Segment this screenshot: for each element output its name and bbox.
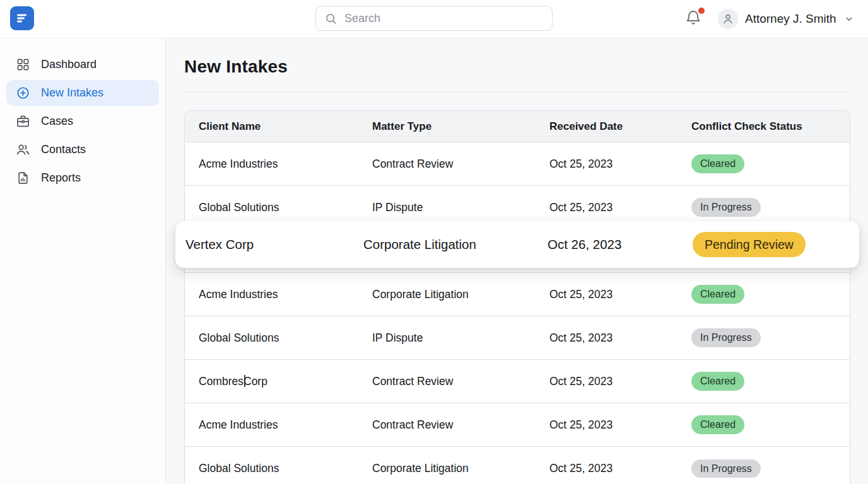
table-row[interactable]: Acme IndustriesCorporate LitigationOct 2…	[185, 273, 850, 316]
date-cell: Oct 25, 2023	[549, 158, 691, 171]
column-header: Client Name	[199, 120, 372, 133]
table-body: Acme IndustriesContract ReviewOct 25, 20…	[185, 142, 850, 484]
report-icon	[16, 171, 30, 185]
briefcase-icon	[16, 114, 30, 129]
sidebar-item-label: Contacts	[41, 143, 86, 156]
person-icon	[721, 12, 735, 26]
date-cell: Oct 26, 2023	[548, 237, 693, 252]
table-row[interactable]: Acme IndustriesContract ReviewOct 25, 20…	[185, 142, 850, 186]
client-cell: Acme Industries	[199, 418, 372, 432]
matter-cell: Corporate Litigation	[372, 462, 549, 475]
status-badge: Cleared	[691, 285, 744, 304]
client-cell-tail: Corp	[243, 375, 267, 388]
status-badge: Cleared	[691, 154, 744, 173]
sidebar-item-label: Reports	[41, 171, 81, 185]
search-input[interactable]	[344, 12, 544, 25]
user-name: Attorney J. Smith	[745, 12, 836, 26]
table-header-row: Client NameMatter TypeReceived DateConfl…	[185, 111, 850, 142]
client-cell: Global Solutions	[199, 201, 372, 214]
date-cell: Oct 25, 2023	[549, 201, 691, 214]
date-cell: Oct 25, 2023	[549, 375, 691, 388]
table-row[interactable]: Global SolutionsIP DisputeOct 25, 2023In…	[185, 316, 850, 360]
intakes-table: Client NameMatter TypeReceived DateConfl…	[184, 110, 850, 484]
topbar: Attorney J. Smith	[0, 0, 868, 38]
sidebar-item-cases[interactable]: Cases	[6, 108, 159, 134]
sidebar-item-contacts[interactable]: Contacts	[6, 137, 159, 163]
date-cell: Oct 25, 2023	[549, 462, 691, 475]
search-icon	[324, 12, 337, 25]
sidebar-item-dashboard[interactable]: Dashboard	[6, 52, 159, 78]
page-title: New Intakes	[184, 57, 868, 77]
client-cell: Global Solutions	[199, 462, 372, 475]
date-cell: Oct 25, 2023	[549, 331, 691, 345]
status-badge: Cleared	[691, 372, 744, 391]
table-row[interactable]: Acme IndustriesContract ReviewOct 25, 20…	[185, 403, 850, 447]
sidebar-item-label: New Intakes	[41, 86, 103, 100]
title-divider	[184, 91, 850, 92]
matter-cell: Contract Review	[372, 158, 549, 171]
plus-circle-icon	[16, 86, 30, 100]
date-cell: Oct 25, 2023	[549, 288, 691, 301]
status-badge: In Progress	[691, 459, 761, 478]
client-cell: Vertex Corp	[185, 237, 363, 252]
matter-cell: Contract Review	[372, 418, 549, 432]
status-badge: Pending Review	[693, 232, 806, 257]
user-menu[interactable]: Attorney J. Smith	[718, 8, 855, 30]
column-header: Conflict Check Status	[691, 120, 836, 133]
matter-cell: Contract Review	[372, 375, 549, 388]
sidebar-item-reports[interactable]: Reports	[6, 165, 159, 191]
client-cell: Global Solutions	[199, 331, 372, 345]
sidebar-item-new-intakes[interactable]: New Intakes	[6, 80, 159, 106]
table-row[interactable]: Global SolutionsCorporate LitigationOct …	[185, 447, 850, 484]
column-header: Received Date	[549, 120, 691, 133]
client-cell: Acme Industries	[199, 288, 372, 301]
matter-cell: Corporate Litigation	[372, 288, 549, 301]
search-box[interactable]	[315, 6, 553, 31]
notification-dot	[698, 8, 705, 14]
client-cell: CombresCorp	[199, 375, 372, 388]
matter-cell: IP Dispute	[372, 331, 549, 345]
sidebar-nav: DashboardNew IntakesCasesContactsReports	[0, 52, 165, 191]
floating-row-vertex[interactable]: Vertex Corp Corporate Litigation Oct 26,…	[175, 221, 859, 268]
table-row[interactable]: CombresCorpContract ReviewOct 25, 2023Cl…	[185, 360, 850, 403]
grid-icon	[16, 57, 30, 72]
chevron-down-icon	[843, 13, 855, 25]
status-badge: In Progress	[691, 328, 761, 347]
sidebar-item-label: Cases	[41, 115, 73, 128]
sidebar: DashboardNew IntakesCasesContactsReports	[0, 38, 166, 484]
status-badge: Cleared	[691, 415, 744, 434]
document-lines-icon	[15, 11, 29, 25]
app-logo[interactable]	[10, 6, 34, 30]
sidebar-item-label: Dashboard	[41, 58, 97, 71]
avatar	[718, 9, 738, 29]
date-cell: Oct 25, 2023	[549, 418, 691, 432]
column-header: Matter Type	[372, 120, 549, 133]
client-cell: Acme Industries	[199, 158, 372, 171]
notifications-button[interactable]	[684, 8, 705, 30]
matter-cell: IP Dispute	[372, 201, 549, 214]
status-badge: In Progress	[691, 198, 761, 217]
people-icon	[16, 142, 30, 157]
matter-cell: Corporate Litigation	[363, 237, 548, 252]
